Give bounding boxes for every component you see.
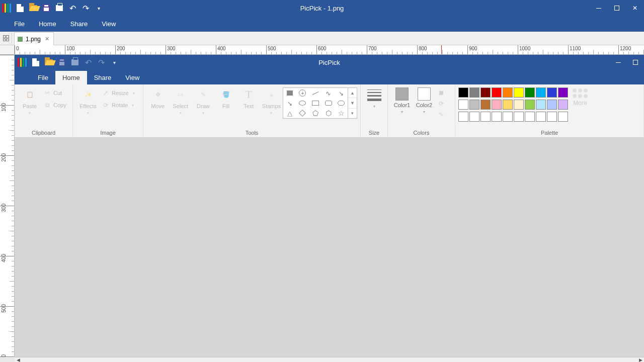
effects-button[interactable]: ✨ Effects ▾ xyxy=(76,86,100,115)
minimize-button[interactable] xyxy=(590,0,608,16)
palette-swatch[interactable] xyxy=(458,112,468,122)
print-icon[interactable] xyxy=(71,58,79,66)
more-colors-button[interactable]: More xyxy=(568,86,592,107)
draw-tool[interactable]: ✎ Draw ▾ xyxy=(192,86,214,115)
new-file-icon[interactable] xyxy=(32,58,40,66)
palette-swatch[interactable] xyxy=(469,87,479,98)
shape-rectangle[interactable] xyxy=(309,98,322,108)
palette-swatch[interactable] xyxy=(536,100,546,110)
menu-share[interactable]: Share xyxy=(63,17,95,31)
palette-swatch[interactable] xyxy=(480,87,491,98)
menu-home[interactable]: Home xyxy=(55,71,87,84)
palette-swatch[interactable] xyxy=(458,87,468,98)
swatch-mini-icon[interactable]: ◼ xyxy=(437,88,445,97)
stamps-tool[interactable]: ⏚ Stamps ▾ xyxy=(260,86,283,115)
copy-button[interactable]: ⧉ Copy xyxy=(42,101,68,110)
shape-diamond[interactable] xyxy=(296,108,309,118)
scrollbar-track[interactable] xyxy=(22,357,637,363)
palette-swatch[interactable] xyxy=(503,112,513,122)
palette-swatch[interactable] xyxy=(492,100,502,110)
palette-swatch[interactable] xyxy=(514,100,524,110)
menu-file[interactable]: File xyxy=(31,71,55,84)
palette-swatch[interactable] xyxy=(525,87,535,98)
palette-swatch[interactable] xyxy=(525,100,535,110)
menu-view[interactable]: View xyxy=(118,71,146,84)
scroll-up-icon[interactable]: ▲ xyxy=(348,88,357,98)
close-button[interactable]: ✕ xyxy=(626,0,644,16)
horizontal-scrollbar[interactable]: ◀ ▶ xyxy=(15,357,644,362)
new-file-icon[interactable] xyxy=(16,4,24,12)
palette-swatch[interactable] xyxy=(547,112,557,122)
shape-pentagon[interactable] xyxy=(309,108,322,118)
qat-dropdown-icon[interactable]: ▾ xyxy=(110,58,118,66)
shape-connector[interactable] xyxy=(283,98,296,108)
shape-filled-rect[interactable] xyxy=(283,88,296,98)
palette-swatch[interactable] xyxy=(503,87,513,98)
menu-view[interactable]: View xyxy=(95,17,123,31)
menu-file[interactable]: File xyxy=(7,17,32,31)
minimize-button[interactable] xyxy=(610,55,627,70)
inner-canvas[interactable] xyxy=(15,138,644,356)
shape-star[interactable] xyxy=(335,108,348,118)
menu-home[interactable]: Home xyxy=(32,17,63,31)
document-tab[interactable]: 1.png ✕ xyxy=(14,32,54,46)
open-file-icon[interactable] xyxy=(29,4,37,12)
palette-swatch[interactable] xyxy=(536,87,546,98)
paste-button[interactable]: 📋 Paste ▾ xyxy=(18,86,42,115)
shape-triangle[interactable]: △ xyxy=(283,108,296,118)
scroll-left-icon[interactable]: ◀ xyxy=(15,357,22,363)
cut-button[interactable]: ✂ Cut xyxy=(42,88,68,98)
swap-colors-icon[interactable]: ⟳ xyxy=(437,100,445,108)
shapes-gallery[interactable]: + △ xyxy=(283,87,348,119)
shape-hexagon[interactable] xyxy=(322,108,335,118)
scroll-down-icon[interactable]: ▼ xyxy=(348,98,357,108)
tab-close-icon[interactable]: ✕ xyxy=(45,36,49,42)
expand-gallery-icon[interactable]: ▾ xyxy=(348,109,357,118)
palette-swatch[interactable] xyxy=(514,112,524,122)
redo-icon[interactable]: ↷ xyxy=(82,4,90,12)
undo-icon[interactable]: ↶ xyxy=(68,4,76,12)
palette-swatch[interactable] xyxy=(514,87,524,98)
palette-swatch[interactable] xyxy=(480,100,491,110)
save-icon[interactable] xyxy=(42,4,50,12)
palette-swatch[interactable] xyxy=(525,112,535,122)
palette-swatch[interactable] xyxy=(469,112,479,122)
qat-dropdown-icon[interactable]: ▾ xyxy=(95,4,103,12)
text-tool[interactable]: T Text xyxy=(237,86,260,109)
palette-swatch[interactable] xyxy=(503,100,513,110)
move-tool[interactable]: ✥ Move xyxy=(146,86,169,109)
palette-swatch[interactable] xyxy=(547,87,557,98)
eyedropper-icon[interactable]: ✎ xyxy=(437,111,445,119)
color1-button[interactable]: Color1 ▾ xyxy=(391,86,413,114)
palette-swatch[interactable] xyxy=(492,112,502,122)
thumbnails-button[interactable] xyxy=(0,32,12,45)
shape-line[interactable] xyxy=(309,88,322,98)
maximize-button[interactable] xyxy=(627,55,644,70)
line-size-button[interactable]: ▾ xyxy=(364,86,384,109)
palette-swatch[interactable] xyxy=(558,87,568,98)
shape-ellipse[interactable] xyxy=(296,98,309,108)
open-file-icon[interactable] xyxy=(45,58,53,66)
rotate-button[interactable]: ⟳ Rotate ▾ xyxy=(100,101,137,110)
shape-callout[interactable] xyxy=(335,98,348,108)
maximize-button[interactable] xyxy=(608,0,626,16)
palette-swatch[interactable] xyxy=(469,100,479,110)
fill-tool[interactable]: 🪣 Fill xyxy=(215,86,237,109)
palette-swatch[interactable] xyxy=(547,100,557,110)
scroll-right-icon[interactable]: ▶ xyxy=(637,357,644,363)
menu-share[interactable]: Share xyxy=(87,71,119,84)
print-icon[interactable] xyxy=(55,4,63,12)
palette-swatch[interactable] xyxy=(492,87,502,98)
shape-zoom[interactable]: + xyxy=(296,88,309,98)
palette-swatch[interactable] xyxy=(458,100,468,110)
palette-swatch[interactable] xyxy=(536,112,546,122)
shape-curve[interactable] xyxy=(322,88,335,98)
undo-icon[interactable]: ↶ xyxy=(84,58,92,66)
color2-button[interactable]: Color2 ▾ xyxy=(413,86,435,114)
shape-arrow[interactable] xyxy=(335,88,348,98)
palette-swatch[interactable] xyxy=(558,100,568,110)
select-tool[interactable]: ▭ Select ▾ xyxy=(169,86,192,115)
resize-button[interactable]: ⤢ Resize ▾ xyxy=(100,88,137,98)
redo-icon[interactable]: ↷ xyxy=(97,58,105,66)
shape-rounded-rect[interactable] xyxy=(322,98,335,108)
